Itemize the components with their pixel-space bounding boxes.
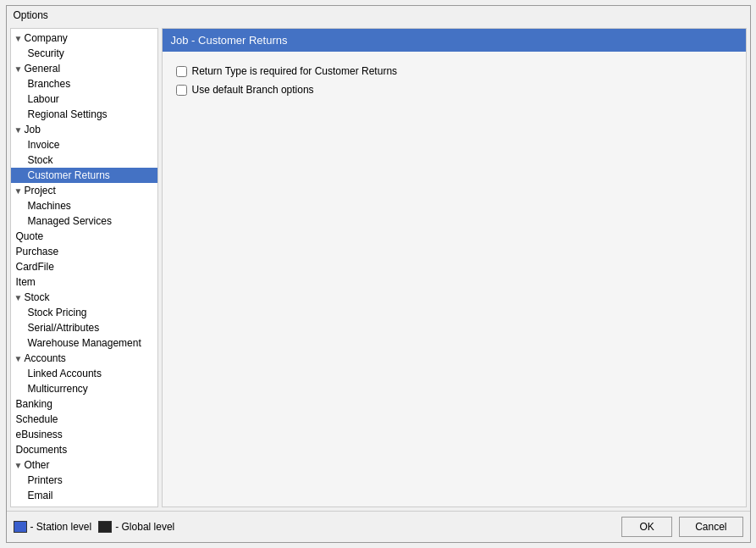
- sidebar-item-label-email: Email: [28, 490, 53, 501]
- station-level-label: - Station level: [30, 521, 92, 533]
- sidebar-item-label-project: Project: [25, 185, 56, 197]
- collapse-icon-project: ▼: [14, 186, 23, 196]
- global-level-legend: - Global level: [98, 521, 174, 533]
- sidebar-item-label-invoice: Invoice: [28, 139, 60, 151]
- station-level-legend: - Station level: [14, 521, 92, 533]
- sidebar-item-labour[interactable]: Labour: [11, 91, 157, 107]
- sidebar-item-email[interactable]: Email: [11, 488, 157, 503]
- global-level-color-box: [98, 521, 112, 533]
- dialog-content: ▼ Company Security ▼ General Branches La…: [7, 25, 750, 511]
- sidebar-item-label-job: Job: [25, 124, 41, 136]
- sidebar-item-regional-settings[interactable]: Regional Settings: [11, 107, 157, 122]
- dialog-title-bar: Options: [7, 6, 750, 25]
- sidebar-item-label-customer-returns: Customer Returns: [28, 169, 110, 181]
- content-body: Return Type is required for Customer Ret…: [163, 52, 746, 506]
- sidebar-item-label-quote: Quote: [16, 230, 44, 242]
- sidebar-item-label-regional: Regional Settings: [28, 108, 108, 120]
- sidebar-item-label-stock-cat: Stock: [25, 291, 50, 303]
- sidebar-item-company[interactable]: ▼ Company: [11, 30, 157, 46]
- ok-button[interactable]: OK: [621, 517, 672, 537]
- sidebar-item-label-multicurrency: Multicurrency: [28, 383, 88, 395]
- sidebar-item-label-retail: Retail & EFTPOS: [28, 505, 107, 507]
- sidebar-item-retail-eftpos[interactable]: Retail & EFTPOS: [11, 503, 157, 507]
- content-title: Job - Customer Returns: [171, 34, 288, 47]
- sidebar-item-label-security: Security: [28, 47, 64, 59]
- return-type-label: Return Type is required for Customer Ret…: [192, 65, 398, 77]
- options-dialog: Options ▼ Company Security ▼ General Bra…: [6, 5, 751, 543]
- sidebar-item-label-accounts: Accounts: [25, 352, 66, 364]
- sidebar-item-accounts[interactable]: ▼ Accounts: [11, 351, 157, 366]
- sidebar-item-project[interactable]: ▼ Project: [11, 183, 157, 198]
- sidebar-item-warehouse-management[interactable]: Warehouse Management: [11, 335, 157, 351]
- dialog-title: Options: [14, 9, 48, 21]
- sidebar-item-stock-pricing[interactable]: Stock Pricing: [11, 305, 157, 320]
- bottom-bar: - Station level - Global level OK Cancel: [7, 511, 750, 542]
- sidebar-item-label-printers: Printers: [28, 474, 63, 486]
- sidebar-item-label-machines: Machines: [28, 200, 71, 212]
- sidebar-item-label-serial: Serial/Attributes: [28, 322, 100, 334]
- collapse-icon-accounts: ▼: [14, 354, 23, 363]
- sidebar-item-label-item: Item: [16, 276, 36, 288]
- sidebar-item-machines[interactable]: Machines: [11, 198, 157, 213]
- sidebar-item-label-ebusiness: eBusiness: [16, 429, 63, 440]
- sidebar-item-managed-services[interactable]: Managed Services: [11, 213, 157, 229]
- sidebar-item-cardfile[interactable]: CardFile: [11, 259, 157, 274]
- sidebar-tree: ▼ Company Security ▼ General Branches La…: [10, 28, 158, 507]
- sidebar-item-label-documents: Documents: [16, 444, 68, 456]
- sidebar-item-item[interactable]: Item: [11, 274, 157, 290]
- use-default-checkbox[interactable]: [176, 85, 187, 96]
- sidebar-item-label-linked-accounts: Linked Accounts: [28, 368, 102, 379]
- cancel-button[interactable]: Cancel: [679, 517, 742, 537]
- sidebar-item-label-cardfile: CardFile: [16, 261, 54, 273]
- sidebar-item-label-banking: Banking: [16, 398, 52, 410]
- sidebar-item-label-warehouse: Warehouse Management: [28, 337, 141, 349]
- sidebar-item-stock[interactable]: Stock: [11, 152, 157, 168]
- sidebar-item-ebusiness[interactable]: eBusiness: [11, 427, 157, 442]
- sidebar-item-label-labour: Labour: [28, 93, 59, 105]
- collapse-icon-other: ▼: [14, 461, 23, 470]
- station-level-color-box: [14, 521, 27, 533]
- sidebar-item-multicurrency[interactable]: Multicurrency: [11, 381, 157, 396]
- sidebar-item-label-managed-services: Managed Services: [28, 215, 112, 227]
- sidebar-item-label-branches: Branches: [28, 78, 71, 90]
- sidebar-item-documents[interactable]: Documents: [11, 442, 157, 457]
- sidebar-item-serial-attributes[interactable]: Serial/Attributes: [11, 320, 157, 335]
- sidebar-item-customer-returns[interactable]: Customer Returns: [11, 168, 157, 183]
- sidebar-item-invoice[interactable]: Invoice: [11, 137, 157, 152]
- sidebar-item-printers[interactable]: Printers: [11, 473, 157, 488]
- sidebar-item-security[interactable]: Security: [11, 46, 157, 61]
- sidebar-item-stock-cat[interactable]: ▼ Stock: [11, 290, 157, 305]
- collapse-icon-general: ▼: [14, 64, 23, 74]
- collapse-icon-stock: ▼: [14, 293, 23, 302]
- collapse-icon-job: ▼: [14, 125, 23, 135]
- collapse-icon-company: ▼: [14, 34, 23, 43]
- sidebar-item-label-general: General: [25, 63, 61, 75]
- global-level-label: - Global level: [115, 521, 174, 533]
- main-content-panel: Job - Customer Returns Return Type is re…: [162, 28, 747, 507]
- sidebar-item-banking[interactable]: Banking: [11, 396, 157, 412]
- sidebar-item-general[interactable]: ▼ General: [11, 61, 157, 76]
- sidebar-item-other[interactable]: ▼ Other: [11, 457, 157, 473]
- sidebar-item-label-stock: Stock: [28, 154, 53, 166]
- sidebar-item-label-company: Company: [25, 32, 68, 44]
- use-default-row: Use default Branch options: [176, 84, 732, 96]
- sidebar-item-label-purchase: Purchase: [16, 246, 59, 257]
- sidebar-item-purchase[interactable]: Purchase: [11, 244, 157, 259]
- sidebar-item-branches[interactable]: Branches: [11, 76, 157, 91]
- sidebar-item-quote[interactable]: Quote: [11, 229, 157, 244]
- sidebar-item-job[interactable]: ▼ Job: [11, 122, 157, 137]
- content-header: Job - Customer Returns: [163, 29, 746, 52]
- return-type-checkbox[interactable]: [176, 66, 187, 77]
- return-type-row: Return Type is required for Customer Ret…: [176, 65, 732, 77]
- sidebar-item-linked-accounts[interactable]: Linked Accounts: [11, 366, 157, 381]
- use-default-label: Use default Branch options: [192, 84, 314, 96]
- sidebar-item-label-stock-pricing: Stock Pricing: [28, 307, 87, 318]
- sidebar-item-label-other: Other: [25, 459, 50, 471]
- sidebar-item-label-schedule: Schedule: [16, 413, 58, 425]
- sidebar-item-schedule[interactable]: Schedule: [11, 412, 157, 427]
